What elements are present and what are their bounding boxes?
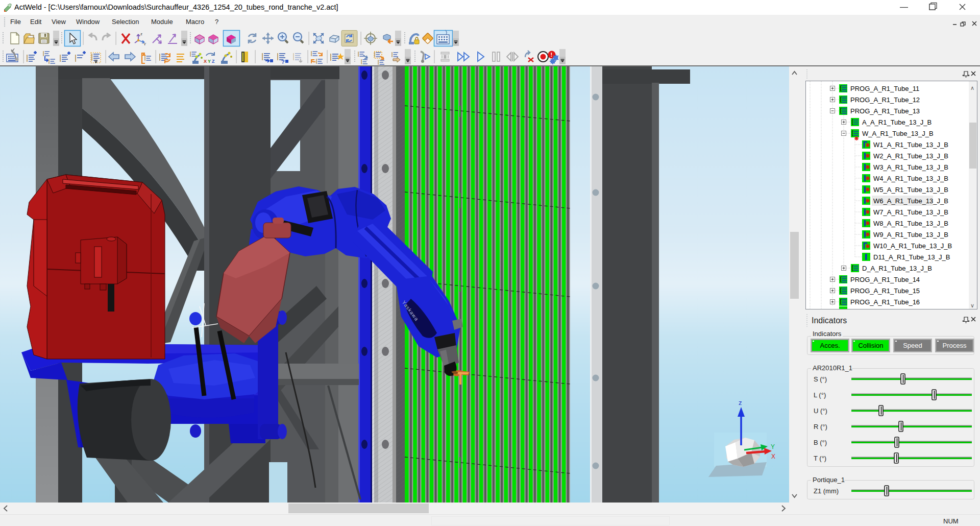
svg-text:∧: ∧ xyxy=(970,85,974,91)
svg-text:W2_A_R1_Tube_13_J_B: W2_A_R1_Tube_13_J_B xyxy=(873,152,948,160)
svg-text:PROG_A_R1_Tube_15: PROG_A_R1_Tube_15 xyxy=(850,287,920,295)
svg-text:Y: Y xyxy=(208,59,211,64)
svg-text:Acces.: Acces. xyxy=(820,342,840,349)
svg-text:W1_A_R1_Tube_13_J_B: W1_A_R1_Tube_13_J_B xyxy=(873,141,948,149)
svg-text:R (°): R (°) xyxy=(814,423,827,431)
svg-text:Collision: Collision xyxy=(858,342,883,349)
svg-text:!: ! xyxy=(551,52,553,58)
svg-text:W10_A_R1_Tube_13_J_B: W10_A_R1_Tube_13_J_B xyxy=(873,242,952,250)
svg-text:Indicators: Indicators xyxy=(812,316,847,325)
svg-text:T (°): T (°) xyxy=(814,455,826,462)
svg-text:L (°): L (°) xyxy=(814,391,826,399)
svg-text:PROG_A_R1_Tube_12: PROG_A_R1_Tube_12 xyxy=(850,96,920,104)
svg-text:PROG_A_R1_Tube_11: PROG_A_R1_Tube_11 xyxy=(850,85,919,92)
svg-text:PROG_A_R1_Tube_16: PROG_A_R1_Tube_16 xyxy=(850,298,920,306)
svg-text:Y: Y xyxy=(771,443,775,450)
svg-text:W_A_R1_Tube_13_J_B: W_A_R1_Tube_13_J_B xyxy=(862,130,934,137)
svg-text:z: z xyxy=(140,32,142,36)
svg-text:W4_A_R1_Tube_13_J_B: W4_A_R1_Tube_13_J_B xyxy=(873,175,948,182)
svg-text:X: X xyxy=(771,453,775,460)
svg-text:Z: Z xyxy=(212,59,215,64)
svg-text:W6_A_R1_Tube_13_J_B: W6_A_R1_Tube_13_J_B xyxy=(873,197,948,205)
svg-text:AR2010R1_1: AR2010R1_1 xyxy=(813,364,852,372)
svg-text:Portique_1: Portique_1 xyxy=(813,476,845,484)
svg-text:Indicators: Indicators xyxy=(813,330,842,338)
svg-text:?: ? xyxy=(281,59,285,65)
svg-text:Y: Y xyxy=(143,42,146,46)
svg-text:PROG_A_R1_Tube_13: PROG_A_R1_Tube_13 xyxy=(850,107,920,115)
svg-text:W3_A_R1_Tube_13_J_B: W3_A_R1_Tube_13_J_B xyxy=(873,163,948,171)
svg-text:D11_A_R1_Tube_13_J_B: D11_A_R1_Tube_13_J_B xyxy=(873,253,950,261)
svg-text:Process: Process xyxy=(943,342,967,349)
svg-text:∨: ∨ xyxy=(970,302,974,308)
svg-text:W9_A_R1_Tube_13_J_B: W9_A_R1_Tube_13_J_B xyxy=(873,231,948,238)
svg-text:D_A_R1_Tube_13_J_B: D_A_R1_Tube_13_J_B xyxy=(862,265,932,272)
svg-text:S (°): S (°) xyxy=(814,375,827,383)
svg-text:W8_A_R1_Tube_13_J_B: W8_A_R1_Tube_13_J_B xyxy=(873,220,948,227)
svg-text:W5_A_R1_Tube_13_J_B: W5_A_R1_Tube_13_J_B xyxy=(873,186,948,194)
svg-text:Z1 (mm): Z1 (mm) xyxy=(814,487,839,495)
svg-text:Speed: Speed xyxy=(903,342,922,349)
svg-text:PROG_A_R1_Tube_14: PROG_A_R1_Tube_14 xyxy=(850,276,920,283)
svg-text:z: z xyxy=(739,399,742,407)
svg-text:B (°): B (°) xyxy=(814,439,827,446)
svg-text:A_A_R1_Tube_13_J_B: A_A_R1_Tube_13_J_B xyxy=(862,118,932,126)
svg-text:W7_A_R1_Tube_13_J_B: W7_A_R1_Tube_13_J_B xyxy=(873,208,948,216)
svg-text:U (°): U (°) xyxy=(814,407,827,415)
svg-text:X: X xyxy=(204,59,207,64)
